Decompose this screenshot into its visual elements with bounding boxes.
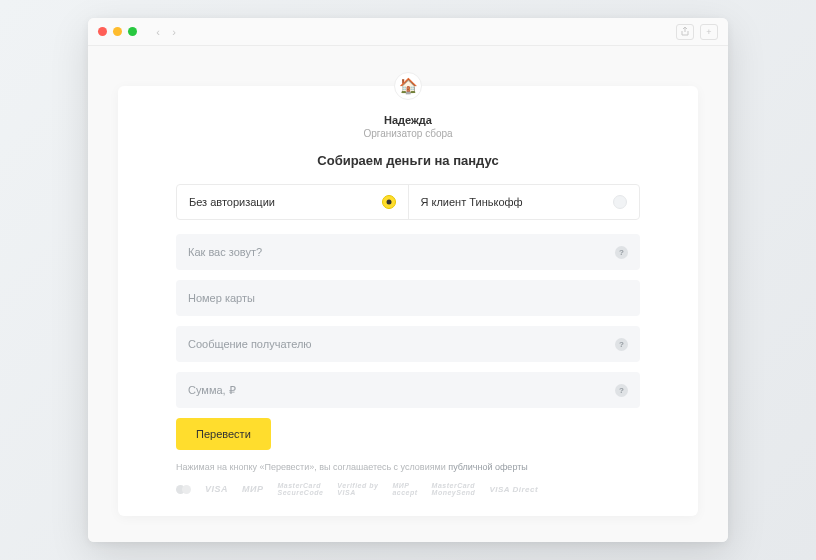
mir-logo: МИР	[242, 484, 263, 494]
disclaimer-text: Нажимая на кнопку «Перевести», вы соглаш…	[176, 462, 448, 472]
mastercard-securecode-logo: MasterCardSecureCode	[278, 482, 324, 496]
campaign-title: Собираем деньги на пандус	[176, 153, 640, 168]
minimize-window-button[interactable]	[113, 27, 122, 36]
tab-no-auth[interactable]: Без авторизации	[177, 185, 409, 219]
organizer-avatar: 🏠	[394, 72, 422, 100]
content-area: 🏠 Надежда Организатор сбора Собираем ден…	[88, 46, 728, 542]
message-field-wrap: ?	[176, 326, 640, 362]
moneysend-logo: MasterCardMoneySend	[432, 482, 476, 496]
titlebar-actions: +	[676, 24, 718, 40]
radio-unselected-icon	[613, 195, 627, 209]
organizer-role: Организатор сбора	[176, 128, 640, 139]
avatar-wrap: 🏠	[176, 72, 640, 100]
titlebar: ‹ › +	[88, 18, 728, 46]
mir-accept-logo: МИРaccept	[392, 482, 417, 496]
organizer-name: Надежда	[176, 114, 640, 126]
mastercard-logo	[176, 485, 191, 494]
forward-button[interactable]: ›	[167, 25, 181, 39]
radio-selected-icon	[382, 195, 396, 209]
submit-button[interactable]: Перевести	[176, 418, 271, 450]
maximize-window-button[interactable]	[128, 27, 137, 36]
traffic-lights	[98, 27, 137, 36]
visa-direct-logo: VISA Direct	[489, 485, 538, 494]
close-window-button[interactable]	[98, 27, 107, 36]
amount-field-wrap: ?	[176, 372, 640, 408]
disclaimer: Нажимая на кнопку «Перевести», вы соглаш…	[176, 462, 640, 472]
browser-window: ‹ › + 🏠 Надежда Организатор сбора Собира…	[88, 18, 728, 542]
tab-client-label: Я клиент Тинькофф	[421, 196, 523, 208]
back-button[interactable]: ‹	[151, 25, 165, 39]
share-icon[interactable]	[676, 24, 694, 40]
tab-client[interactable]: Я клиент Тинькофф	[409, 185, 640, 219]
public-offer-link[interactable]: публичной оферты	[448, 462, 528, 472]
nav-arrows: ‹ ›	[151, 25, 181, 39]
tab-no-auth-label: Без авторизации	[189, 196, 275, 208]
help-icon[interactable]: ?	[615, 246, 628, 259]
verified-by-visa-logo: Verified byVISA	[337, 482, 378, 496]
card-number-input[interactable]	[188, 292, 628, 304]
payment-logos: VISA МИР MasterCardSecureCode Verified b…	[176, 482, 640, 496]
help-icon[interactable]: ?	[615, 384, 628, 397]
card-field-wrap	[176, 280, 640, 316]
amount-input[interactable]	[188, 384, 615, 396]
payment-card: 🏠 Надежда Организатор сбора Собираем ден…	[118, 86, 698, 516]
submit-row: Перевести	[176, 418, 640, 450]
auth-mode-segmented: Без авторизации Я клиент Тинькофф	[176, 184, 640, 220]
name-field-wrap: ?	[176, 234, 640, 270]
new-tab-icon[interactable]: +	[700, 24, 718, 40]
message-input[interactable]	[188, 338, 615, 350]
name-input[interactable]	[188, 246, 615, 258]
help-icon[interactable]: ?	[615, 338, 628, 351]
visa-logo: VISA	[205, 484, 228, 494]
